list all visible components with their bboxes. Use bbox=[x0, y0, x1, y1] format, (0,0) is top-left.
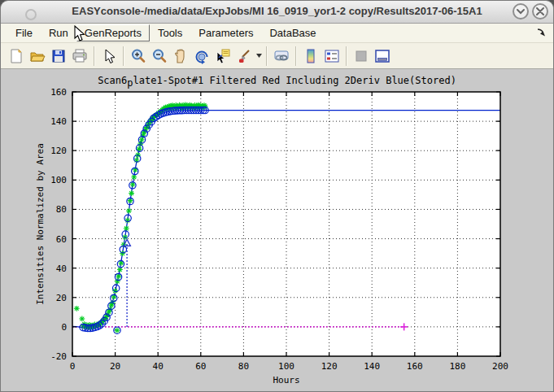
close-icon bbox=[536, 7, 544, 15]
x-tick-label: 100 bbox=[278, 361, 294, 372]
x-tick-label: 160 bbox=[407, 361, 423, 372]
brush-dropdown-button[interactable] bbox=[255, 46, 263, 66]
save-figure-icon bbox=[50, 48, 67, 64]
plot-title: Scan6plate1-Spot#1 Filtered Red Includin… bbox=[1, 75, 553, 86]
plot-title-subscript: p bbox=[127, 77, 133, 89]
window-title: EASYconsole-/media/data/ExpJobs/MI 16_09… bbox=[1, 5, 553, 17]
plot-title-rest: late1-Spot#1 Filtered Red Including 2Der… bbox=[133, 75, 456, 86]
toolbar-button-link-plot[interactable] bbox=[272, 46, 291, 66]
y-tick-label: 40 bbox=[56, 264, 67, 274]
y-tick-label: 80 bbox=[56, 204, 67, 215]
figure-area: Scan6plate1-Spot#1 Filtered Red Includin… bbox=[1, 69, 553, 391]
menu-bar: File Run GenReports Tools Parameters Dat… bbox=[1, 24, 553, 43]
y-tick-label: -20 bbox=[50, 351, 67, 362]
x-tick-label: 180 bbox=[449, 361, 465, 372]
x-tick-label: 200 bbox=[492, 361, 508, 372]
hide-plot-tools-icon bbox=[353, 48, 369, 64]
plot-canvas[interactable]: 020406080100120140160180200-200204060801… bbox=[1, 69, 553, 391]
data-cursor-icon bbox=[215, 48, 231, 64]
toolbar-button-insert-colorbar[interactable] bbox=[301, 46, 321, 66]
x-tick-label: 20 bbox=[110, 361, 120, 372]
x-tick-label: 140 bbox=[364, 361, 380, 372]
toolbar-button-insert-legend[interactable] bbox=[322, 46, 342, 66]
y-tick-label: 0 bbox=[61, 322, 67, 333]
x-axis-label: Hours bbox=[273, 375, 299, 385]
y-tick-label: 60 bbox=[56, 234, 67, 245]
insert-legend-icon bbox=[324, 48, 340, 64]
menu-database[interactable]: DataBase bbox=[261, 24, 324, 41]
app-window: EASYconsole-/media/data/ExpJobs/MI 16_09… bbox=[0, 0, 554, 392]
toolbar-button-save-figure[interactable] bbox=[49, 46, 68, 66]
toolbar-button-hide-plot-tools[interactable] bbox=[351, 46, 371, 66]
chevron-down-icon bbox=[516, 8, 526, 15]
toolbar-separator bbox=[295, 46, 297, 66]
toolbar-button-data-cursor[interactable] bbox=[213, 46, 233, 66]
toolbar-separator bbox=[346, 46, 347, 66]
y-axis-label: Intensities Normalized by Area bbox=[35, 143, 46, 305]
dropdown-caret-icon bbox=[256, 54, 262, 58]
pan-icon bbox=[172, 48, 189, 64]
y-tick-label: 100 bbox=[50, 175, 67, 185]
toolbar-button-pan[interactable] bbox=[171, 46, 190, 66]
rotate-3d-icon bbox=[194, 48, 210, 64]
menu-genreports[interactable]: GenReports bbox=[76, 24, 150, 41]
toolbar-separator bbox=[266, 46, 268, 66]
toolbar-button-rotate-3d[interactable] bbox=[192, 46, 212, 66]
link-plot-icon bbox=[273, 48, 290, 64]
edit-plot-icon bbox=[101, 48, 117, 64]
x-tick-label: 0 bbox=[70, 361, 76, 372]
y-tick-label: 160 bbox=[50, 87, 67, 98]
toolbar-button-zoom-in[interactable] bbox=[129, 46, 148, 66]
zoom-out-icon bbox=[151, 48, 168, 64]
menu-parameters[interactable]: Parameters bbox=[190, 24, 261, 41]
x-tick-label: 80 bbox=[238, 361, 249, 372]
menu-file[interactable]: File bbox=[7, 24, 41, 41]
toolbar-button-show-plot-tools-dock[interactable] bbox=[373, 46, 392, 66]
minimize-button[interactable] bbox=[513, 3, 529, 20]
menu-run[interactable]: Run bbox=[41, 24, 76, 41]
toolbar-button-print-figure[interactable] bbox=[70, 46, 89, 66]
y-tick-label: 140 bbox=[50, 116, 67, 127]
close-button[interactable] bbox=[532, 3, 548, 20]
open-file-icon bbox=[29, 48, 46, 64]
print-figure-icon bbox=[72, 48, 88, 64]
title-bar[interactable]: EASYconsole-/media/data/ExpJobs/MI 16_09… bbox=[1, 1, 553, 24]
toolbar bbox=[1, 43, 553, 69]
toolbar-button-edit-plot[interactable] bbox=[99, 46, 119, 66]
menu-tools[interactable]: Tools bbox=[150, 24, 190, 41]
new-figure-icon bbox=[8, 48, 24, 64]
zoom-in-icon bbox=[130, 48, 146, 64]
toolbar-button-brush-data[interactable] bbox=[234, 46, 254, 66]
plot-title-pre: Scan6 bbox=[98, 75, 127, 86]
y-tick-label: 120 bbox=[50, 146, 67, 156]
toolbar-button-new-figure[interactable] bbox=[7, 46, 26, 66]
toolbar-separator bbox=[123, 46, 124, 66]
toolbar-button-open-file[interactable] bbox=[28, 46, 47, 66]
toolbar-button-zoom-out[interactable] bbox=[150, 46, 169, 66]
y-tick-label: 20 bbox=[56, 293, 67, 303]
x-tick-label: 120 bbox=[321, 361, 338, 372]
menu-overflow-icon[interactable] bbox=[535, 27, 547, 38]
insert-colorbar-icon bbox=[303, 48, 319, 64]
show-plot-tools-dock-icon bbox=[374, 48, 390, 64]
toolbar-separator bbox=[94, 46, 95, 66]
x-tick-label: 40 bbox=[153, 361, 164, 372]
x-tick-label: 60 bbox=[195, 361, 206, 372]
brush-data-icon bbox=[236, 48, 252, 64]
